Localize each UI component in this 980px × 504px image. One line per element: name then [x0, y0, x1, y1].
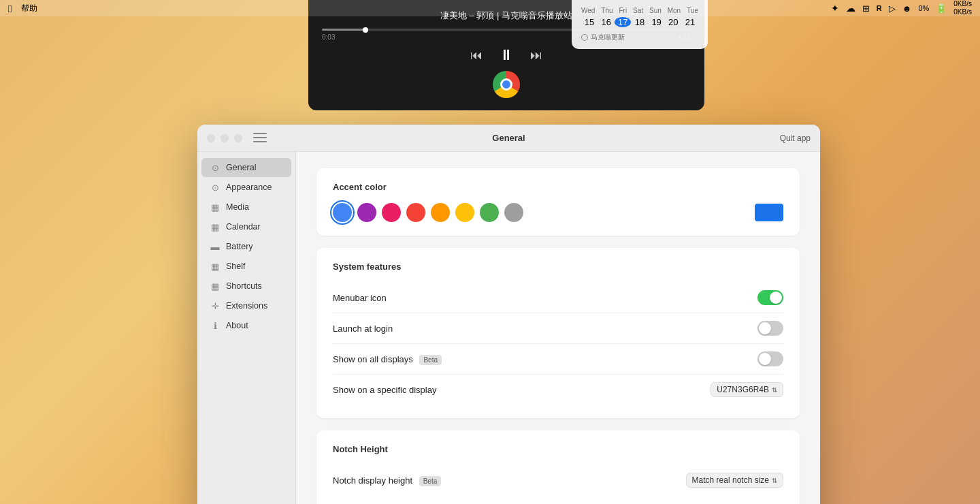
sidebar-label-appearance: Appearance [226, 183, 272, 192]
system-features-title: System features [333, 262, 783, 272]
sidebar-label-about: About [226, 321, 248, 330]
quit-app-button[interactable]: Quit app [780, 133, 811, 143]
play-pause-button[interactable]: ⏸ [499, 46, 514, 64]
launch-at-login-knob [759, 322, 771, 334]
menubar-icon-toggle[interactable] [757, 290, 783, 305]
speed-label: 0KB/s 0KB/s [953, 0, 972, 16]
cal-day-16[interactable]: 16 [598, 17, 615, 27]
show-specific-dropdown[interactable]: U27N3G6R4B ⇅ [710, 382, 783, 397]
menubar-right: ✦ ☁ ⊞ R ▷ ☻ 0% 🔋 0KB/s 0KB/s [831, 0, 972, 16]
sidebar-item-battery[interactable]: ▬ Battery [201, 237, 291, 256]
main-content: Accent color System features [296, 152, 820, 504]
swatch-orange[interactable] [431, 203, 450, 222]
rewind-button[interactable]: ⏮ [470, 48, 483, 63]
accent-colors-row [333, 203, 783, 222]
battery-percent: 0% [918, 4, 929, 12]
extensions-icon: ✛ [210, 300, 220, 311]
feature-row-show-all-displays: Show on all displays Beta [333, 344, 783, 375]
battery-icon: 🔋 [936, 3, 947, 14]
traffic-light-close[interactable] [207, 134, 215, 142]
calendar-days: 15 16 17 18 19 20 21 [581, 17, 698, 27]
cal-day-19[interactable]: 19 [649, 17, 665, 27]
shelf-icon: ▦ [210, 261, 220, 272]
menubar-icon-knob [770, 292, 782, 304]
notch-dropdown-arrows-icon: ⇅ [772, 477, 777, 484]
sidebar-label-extensions: Extensions [226, 301, 267, 311]
play-icon: ▷ [889, 3, 896, 14]
feature-row-notch-display-height: Notch display height Beta Match real not… [333, 465, 783, 495]
cal-day-21[interactable]: 21 [682, 17, 698, 27]
sidebar-item-calendar[interactable]: ▦ Calendar [201, 217, 291, 236]
swatch-yellow[interactable] [455, 203, 474, 222]
notch-display-height-value: Match real notch size [692, 475, 769, 485]
chrome-icon [493, 71, 520, 98]
sidebar-item-media[interactable]: ▦ Media [201, 198, 291, 217]
swatch-green[interactable] [480, 203, 499, 222]
sidebar-toggle-button[interactable] [253, 133, 267, 144]
sidebar-label-shortcuts: Shortcuts [226, 281, 262, 291]
sidebar-item-shelf[interactable]: ▦ Shelf [201, 257, 291, 276]
window-body: ⊙ General ⊙ Appearance ▦ Media ▦ Calenda… [197, 152, 820, 504]
notch-height-title: Notch Height [333, 444, 783, 454]
sidebar-label-media: Media [226, 202, 249, 212]
swatch-purple[interactable] [357, 203, 376, 222]
feature-row-launch-at-login: Launch at login [333, 313, 783, 344]
feature-row-menubar-icon: Menubar icon [333, 283, 783, 313]
help-menu[interactable]: 帮助 [21, 3, 37, 14]
feature-row-show-specific: Show on a specific display U27N3G6R4B ⇅ [333, 375, 783, 405]
show-all-displays-knob [759, 353, 771, 365]
swatch-gray[interactable] [504, 203, 523, 222]
battery-sidebar-icon: ▬ [210, 241, 220, 252]
sidebar-item-about[interactable]: ℹ About [201, 316, 291, 335]
cal-update-label: 马克嗡更新 [591, 33, 625, 42]
sidebar-item-general[interactable]: ⊙ General [201, 158, 291, 177]
cal-day-15[interactable]: 15 [581, 17, 598, 27]
cloud-icon: ☁ [846, 3, 855, 14]
sidebar-label-shelf: Shelf [226, 262, 246, 271]
accent-color-title: Accent color [333, 182, 783, 192]
notch-display-height-label: Notch display height Beta [333, 475, 686, 486]
progress-dot [363, 27, 368, 33]
menubar-left:  帮助 [8, 3, 37, 14]
sidebar-item-appearance[interactable]: ⊙ Appearance [201, 178, 291, 197]
media-icon: ▦ [210, 202, 220, 212]
traffic-light-max[interactable] [234, 134, 242, 142]
show-all-displays-label: Show on all displays Beta [333, 354, 757, 364]
accent-color-section: Accent color [316, 168, 800, 236]
cal-radio [581, 34, 588, 41]
appearance-icon: ⊙ [210, 182, 220, 193]
launch-at-login-toggle[interactable] [757, 321, 783, 336]
system-features-section: System features Menubar icon Launch at l… [316, 248, 800, 418]
cal-day-18[interactable]: 18 [632, 17, 648, 27]
sidebar-label-calendar: Calendar [226, 222, 261, 232]
ghost-icon: ☻ [902, 3, 912, 14]
cal-day-17[interactable]: 17 [615, 17, 631, 27]
progress-fill [322, 29, 366, 31]
grid-icon: ⊞ [862, 3, 870, 14]
general-icon: ⊙ [210, 162, 220, 173]
shortcuts-icon: ▦ [210, 281, 220, 292]
notch-display-height-badge: Beta [419, 476, 442, 486]
sidebar-item-shortcuts[interactable]: ▦ Shortcuts [201, 277, 291, 296]
show-specific-label: Show on a specific display [333, 385, 710, 395]
notch-display-height-dropdown[interactable]: Match real notch size ⇅ [686, 473, 783, 488]
swatch-blue[interactable] [333, 203, 352, 222]
title-bar: General Quit app [197, 125, 820, 152]
show-all-displays-toggle[interactable] [757, 351, 783, 366]
sidebar-item-extensions[interactable]: ✛ Extensions [201, 296, 291, 315]
calendar-icon: ▦ [210, 221, 220, 232]
plus-icon: ✦ [831, 3, 839, 14]
cal-day-20[interactable]: 20 [665, 17, 681, 27]
settings-sidebar: ⊙ General ⊙ Appearance ▦ Media ▦ Calenda… [197, 152, 296, 504]
window-title: General [492, 133, 525, 143]
swatch-red[interactable] [406, 203, 425, 222]
sidebar-label-battery: Battery [226, 242, 253, 251]
chrome-icon-inner [500, 78, 512, 91]
sidebar-label-general: General [226, 163, 256, 172]
traffic-light-min[interactable] [220, 134, 229, 142]
dropdown-arrows-icon: ⇅ [772, 386, 777, 394]
fast-forward-button[interactable]: ⏭ [530, 48, 542, 63]
swatch-pink[interactable] [382, 203, 401, 222]
apple-menu[interactable]:  [8, 3, 12, 14]
r-icon: R [877, 4, 882, 12]
